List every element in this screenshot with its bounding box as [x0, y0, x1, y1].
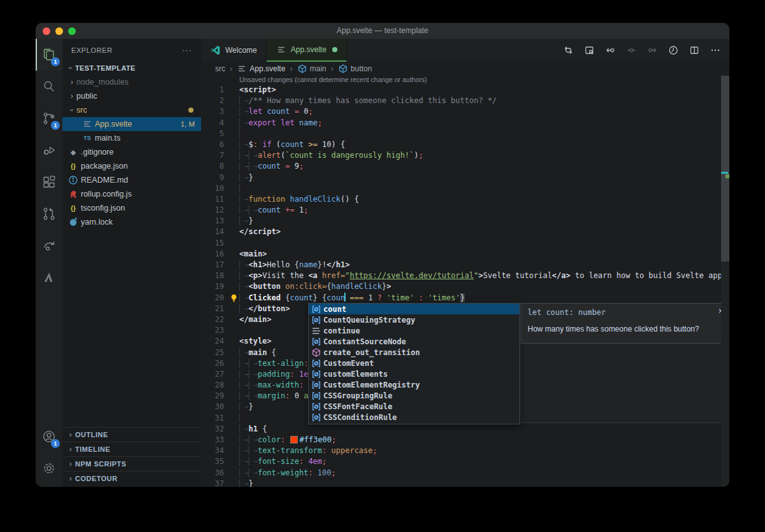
more-actions-icon[interactable] — [710, 45, 720, 55]
suggestion-item-customElements[interactable]: customElements — [309, 368, 519, 379]
code-line[interactable]: 14</script> — [201, 227, 729, 237]
line-number: 16 — [201, 249, 224, 260]
sidebar-header: EXPLORER ··· — [62, 39, 201, 61]
tree-item-tsconfig.json[interactable]: {}tsconfig.json — [62, 201, 201, 215]
suggestion-label: count — [323, 305, 346, 314]
section-label: CODETOUR — [75, 475, 118, 482]
code-line[interactable]: 8▏→▏→count = 9; — [201, 161, 729, 172]
suggestion-label: CSSConditionRule — [323, 413, 397, 422]
code-text: <main> — [239, 249, 267, 260]
suggestion-item-count[interactable]: count — [309, 304, 519, 314]
suggestion-item-CSSConditionRule[interactable]: CSSConditionRule — [309, 412, 519, 423]
symbol-variable-icon — [311, 412, 321, 423]
tree-item-.gitignore[interactable]: ◆.gitignore — [62, 145, 201, 159]
code-line[interactable]: 6▏→$: if (count >= 10) { — [201, 139, 729, 150]
activity-explorer-icon[interactable]: 1 — [36, 39, 62, 71]
breadcrumb-item-src[interactable]: src — [215, 64, 225, 73]
scrollbar[interactable] — [721, 75, 729, 487]
file-label: README.md — [81, 176, 128, 185]
suggestion-item-ConstantSourceNode[interactable]: ConstantSourceNode — [309, 336, 519, 347]
code-line[interactable]: 37▏→} — [201, 479, 729, 487]
code-line[interactable]: 17▏→<h1>Hello {name}!</h1> — [201, 260, 729, 270]
activity-settings-icon[interactable] — [36, 452, 62, 484]
lightbulb-icon[interactable] — [229, 293, 239, 303]
code-line[interactable]: 7▏→▏→alert(`count is dangerously high!`)… — [201, 150, 729, 161]
code-line[interactable]: 20▏→Clicked {count} {coun === 1 ? 'time'… — [201, 293, 729, 304]
suggestion-item-CSSFontFaceRule[interactable]: CSSFontFaceRule — [309, 401, 519, 412]
activity-azure-icon[interactable] — [36, 262, 62, 293]
scrollbar-slider[interactable] — [721, 76, 729, 262]
tree-item-rollup.config.js[interactable]: rollup.config.js — [62, 187, 201, 201]
code-line[interactable]: 5▏ — [201, 129, 729, 139]
tab-app-svelte[interactable]: App.svelte — [267, 39, 347, 62]
section-codetour[interactable]: ›CODETOUR — [62, 471, 201, 486]
code-line[interactable]: 1<script> — [201, 85, 729, 95]
run-timer-icon[interactable] — [668, 45, 678, 55]
breadcrumb-item-main[interactable]: ›main — [285, 64, 326, 74]
tree-item-package.json[interactable]: {}package.json — [62, 159, 201, 173]
svelte-file-icon — [81, 119, 93, 129]
activity-search-icon[interactable] — [36, 71, 62, 102]
code-line[interactable]: 35▏→▏→font-size: 4em; — [201, 456, 729, 467]
tab-welcome[interactable]: Welcome — [201, 39, 267, 62]
section-timeline[interactable]: ›TIMELINE — [62, 442, 201, 456]
line-number: 23 — [201, 325, 224, 336]
code-line[interactable]: 9▏→} — [201, 172, 729, 183]
code-line[interactable]: 12▏→▏→count += 1; — [201, 205, 729, 216]
nav-back-icon[interactable] — [605, 45, 615, 55]
suggestion-item-continue[interactable]: continue — [309, 325, 519, 336]
tree-item-main.ts[interactable]: TSmain.ts — [62, 131, 201, 145]
sidebar-sections: ›OUTLINE›TIMELINE›NPM SCRIPTS›CODETOUR — [62, 427, 201, 486]
activity-extensions-icon[interactable] — [36, 166, 62, 198]
code-line[interactable]: 13▏→} — [201, 216, 729, 227]
code-line[interactable]: 2▏→/** How many times has someone clicke… — [201, 95, 729, 106]
breadcrumb-item-button[interactable]: ›button — [326, 64, 372, 74]
code-line[interactable]: 19▏→<button on:click={handleClick}> — [201, 281, 729, 292]
explorer-actions-icon[interactable]: ··· — [182, 45, 192, 55]
code-line[interactable]: 34▏→▏→text-transform: uppercase; — [201, 445, 729, 456]
open-preview-icon[interactable] — [584, 45, 594, 55]
activity-run-debug-icon[interactable] — [36, 134, 62, 166]
code-line[interactable]: 15 — [201, 238, 729, 249]
open-changes-icon[interactable] — [563, 45, 573, 55]
rollup-file-icon — [67, 189, 79, 199]
tabs: WelcomeApp.svelte — [201, 39, 347, 62]
tree-item-README.md[interactable]: README.md — [62, 173, 201, 187]
nav-forward-icon[interactable] — [647, 45, 657, 55]
code-line[interactable]: 10▏ — [201, 183, 729, 194]
code-line[interactable]: 18▏→<p>Visit the <a href="https://svelte… — [201, 270, 729, 281]
suggestion-item-CSSGroupingRule[interactable]: CSSGroupingRule — [309, 390, 519, 401]
color-swatch — [290, 436, 298, 444]
tree-item-yarn.lock[interactable]: yarn.lock — [62, 215, 201, 229]
line-number: 6 — [201, 139, 224, 150]
titlebar[interactable]: App.svelte — test-template — [36, 23, 729, 39]
code-line[interactable]: 36▏→▏→font-weight: 100; — [201, 468, 729, 479]
activity-accounts-icon[interactable]: 1 — [36, 421, 62, 452]
code-line[interactable]: 32▏→h1 { — [201, 424, 729, 435]
codelens-annotation[interactable]: Unsaved changes (cannot determine recent… — [201, 75, 729, 85]
tree-item-src[interactable]: ›src — [62, 103, 201, 117]
split-editor-icon[interactable] — [689, 45, 699, 55]
code-line[interactable]: 4▏→export let name; — [201, 118, 729, 129]
activity-github-pr-icon[interactable] — [36, 198, 62, 230]
suggestion-item-CustomEvent[interactable]: CustomEvent — [309, 358, 519, 368]
activity-source-control-icon[interactable]: 1 — [36, 102, 62, 134]
tree-item-App.svelte[interactable]: App.svelte1, M — [62, 117, 201, 131]
suggestion-item-create_out_transition[interactable]: create_out_transition — [309, 347, 519, 358]
workspace-root-row[interactable]: › TEST-TEMPLATE — [62, 61, 201, 75]
code-line[interactable]: 16<main> — [201, 249, 729, 260]
nav-position-icon[interactable] — [626, 45, 636, 55]
code-line[interactable]: 3▏→let count = 0; — [201, 106, 729, 117]
breadcrumb-item-app-svelte[interactable]: ›App.svelte — [225, 64, 285, 74]
suggestion-item-CustomElementRegistry[interactable]: CustomElementRegistry — [309, 379, 519, 390]
tree-item-node_modules[interactable]: ›node_modules — [62, 75, 201, 89]
code-line[interactable]: 11▏→function handleClick() { — [201, 194, 729, 205]
code-line[interactable]: 33▏→▏→color: #ff3e00; — [201, 435, 729, 445]
file-label: public — [76, 92, 97, 101]
activity-live-share-icon[interactable] — [36, 230, 62, 262]
tree-item-public[interactable]: ›public — [62, 89, 201, 103]
suggestion-item-CountQueuingStrategy[interactable]: CountQueuingStrategy — [309, 314, 519, 325]
code-editor[interactable]: Unsaved changes (cannot determine recent… — [201, 75, 729, 487]
section-npm-scripts[interactable]: ›NPM SCRIPTS — [62, 456, 201, 471]
section-outline[interactable]: ›OUTLINE — [62, 427, 201, 442]
